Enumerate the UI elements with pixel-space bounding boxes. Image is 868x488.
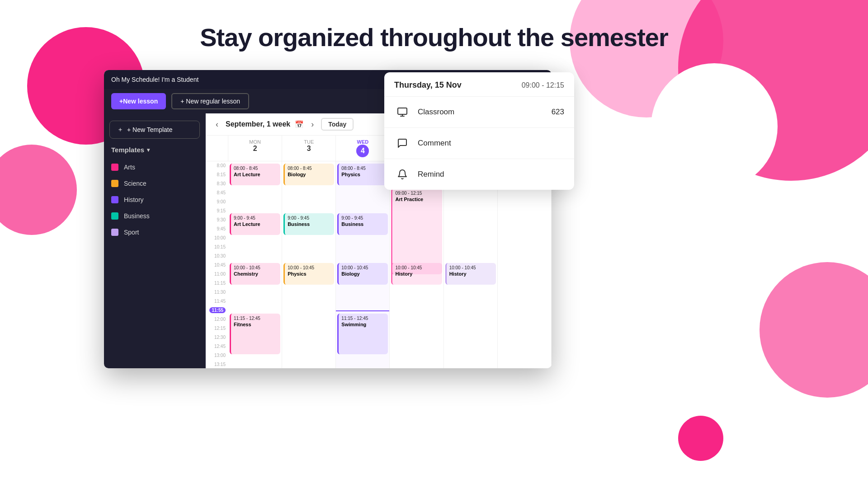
event-wed-swimming[interactable]: 11:15 - 12:45 Swimming — [337, 314, 388, 354]
business-color-dot — [111, 212, 118, 220]
time-845: 8:45 — [206, 188, 228, 197]
science-color-dot — [111, 180, 118, 187]
event-mon-chemistry[interactable]: 10:00 - 10:45 Chemistry — [230, 263, 280, 285]
event-tue-physics[interactable]: 10:00 - 10:45 Physics — [283, 263, 334, 285]
day-header-tue: TUE 3 — [282, 136, 336, 161]
popup-date: Thursday, 15 Nov — [394, 80, 462, 90]
new-template-label: + New Template — [127, 126, 173, 133]
time-1045: 10:45 — [206, 261, 228, 270]
event-tue-business[interactable]: 9:00 - 9:45 Business — [283, 213, 334, 235]
calendar-period: September, 1 week — [226, 120, 290, 128]
time-815: 8:15 — [206, 170, 228, 179]
bg-decoration-6 — [760, 262, 868, 398]
time-830: 8:30 — [206, 179, 228, 188]
event-mon-art-lecture-2[interactable]: 9:00 - 9:45 Art Lecture — [230, 213, 280, 235]
day-col-sat — [498, 161, 552, 368]
event-wed-physics[interactable]: 08:00 - 8:45 Physics — [337, 164, 388, 185]
time-1100: 11:00 — [206, 270, 228, 279]
classroom-icon — [394, 104, 410, 120]
time-1245: 12:45 — [206, 342, 228, 351]
time-header — [206, 136, 228, 161]
event-wed-biology[interactable]: 10:00 - 10:45 Biology — [337, 263, 388, 285]
toolbar-left: +New lesson + New regular lesson — [111, 93, 249, 109]
time-1115: 11:15 — [206, 279, 228, 288]
bg-decoration-2 — [0, 145, 77, 235]
event-mon-fitness[interactable]: 11:15 - 12:45 Fitness — [230, 314, 280, 354]
time-1145: 11:45 — [206, 297, 228, 306]
sidebar-item-arts[interactable]: Arts — [104, 159, 205, 175]
time-column: 8:00 8:15 8:30 8:45 9:00 9:15 9:30 9:45 … — [206, 161, 228, 368]
popup-classroom-row[interactable]: Classroom 623 — [384, 97, 574, 128]
popup-title-row: Thursday, 15 Nov 09:00 - 12:15 — [384, 72, 574, 97]
time-800: 8:00 — [206, 161, 228, 170]
arts-label: Arts — [124, 164, 135, 171]
event-thu-history[interactable]: 10:00 - 10:45 History — [391, 263, 442, 285]
bg-decoration-7 — [678, 416, 723, 461]
popup-comment-row[interactable]: Comment — [384, 128, 574, 159]
arts-color-dot — [111, 164, 118, 171]
time-1130: 11:30 — [206, 288, 228, 297]
classroom-label: Classroom — [418, 108, 544, 117]
comment-label: Comment — [418, 139, 564, 148]
sidebar-item-business[interactable]: Business — [104, 208, 205, 224]
plus-icon: ＋ — [117, 126, 123, 134]
calendar-icon[interactable]: 📅 — [295, 120, 304, 129]
sidebar-item-science[interactable]: Science — [104, 175, 205, 192]
event-popup: Thursday, 15 Nov 09:00 - 12:15 Classroom… — [384, 72, 574, 190]
new-regular-lesson-button[interactable]: + New regular lesson — [171, 93, 249, 109]
today-button[interactable]: Today — [321, 118, 354, 131]
cal-nav-left: ‹ September, 1 week 📅 › Today — [213, 118, 354, 131]
event-fri-history[interactable]: 10:00 - 10:45 History — [445, 263, 496, 285]
chevron-down-icon: ▾ — [147, 147, 150, 153]
comment-icon — [394, 135, 410, 151]
event-thu-art-practice[interactable]: 09:00 - 12:15 Art Practice — [391, 188, 442, 274]
time-945: 9:45 — [206, 225, 228, 234]
day-col-tue: 08:00 - 8:45 Biology 9:00 - 9:45 Busines… — [282, 161, 336, 368]
day-col-fri: 10:00 - 10:45 History — [444, 161, 498, 368]
time-1000: 10:00 — [206, 234, 228, 243]
prev-button[interactable]: ‹ — [213, 119, 221, 130]
day-col-thu: 09:00 - 12:15 Art Practice 10:00 - 10:45… — [390, 161, 443, 368]
new-lesson-button[interactable]: +New lesson — [111, 93, 166, 109]
templates-label: Templates — [111, 146, 144, 154]
calendar-body: 8:00 8:15 8:30 8:45 9:00 9:15 9:30 9:45 … — [206, 161, 552, 368]
popup-time: 09:00 - 12:15 — [522, 81, 564, 89]
day-header-mon: MON 2 — [228, 136, 282, 161]
page-headline: Stay organized throughout the semester — [0, 23, 868, 52]
time-1200: 12:00 — [206, 315, 228, 324]
time-1030: 10:30 — [206, 252, 228, 261]
popup-remind-row[interactable]: Remind — [384, 159, 574, 190]
bg-decoration-5 — [651, 63, 778, 190]
classroom-value: 623 — [552, 108, 564, 117]
sidebar-item-sport[interactable]: Sport — [104, 224, 205, 240]
event-tue-biology[interactable]: 08:00 - 8:45 Biology — [283, 164, 334, 185]
time-1230: 12:30 — [206, 333, 228, 342]
sidebar: ＋ + New Template Templates ▾ Arts Scienc… — [104, 113, 206, 368]
sport-color-dot — [111, 229, 118, 236]
templates-header[interactable]: Templates ▾ — [104, 146, 205, 159]
day-col-mon: 08:00 - 8:45 Art Lecture 9:00 - 9:45 Art… — [228, 161, 282, 368]
history-label: History — [124, 196, 144, 203]
history-color-dot — [111, 196, 118, 203]
day-header-wed: WED 4 — [336, 136, 390, 161]
time-1015: 10:15 — [206, 243, 228, 252]
remind-label: Remind — [418, 170, 564, 179]
day-col-wed: 08:00 - 8:45 Physics 9:00 - 9:45 Busines… — [336, 161, 390, 368]
remind-icon — [394, 166, 410, 183]
svg-rect-0 — [398, 108, 407, 114]
bg-decoration-3 — [570, 0, 723, 117]
time-900: 9:00 — [206, 197, 228, 206]
time-1315: 13:15 — [206, 360, 228, 368]
science-label: Science — [124, 180, 146, 187]
new-template-button[interactable]: ＋ + New Template — [109, 121, 200, 139]
event-wed-business[interactable]: 9:00 - 9:45 Business — [337, 213, 388, 235]
sidebar-item-history[interactable]: History — [104, 192, 205, 208]
next-button[interactable]: › — [308, 119, 316, 130]
time-930: 9:30 — [206, 216, 228, 225]
time-915: 9:15 — [206, 206, 228, 216]
now-line — [336, 310, 389, 311]
event-mon-art-lecture-1[interactable]: 08:00 - 8:45 Art Lecture — [230, 164, 280, 185]
time-1155: 11:55 — [206, 306, 228, 315]
time-1215: 12:15 — [206, 324, 228, 333]
sport-label: Sport — [124, 229, 139, 236]
